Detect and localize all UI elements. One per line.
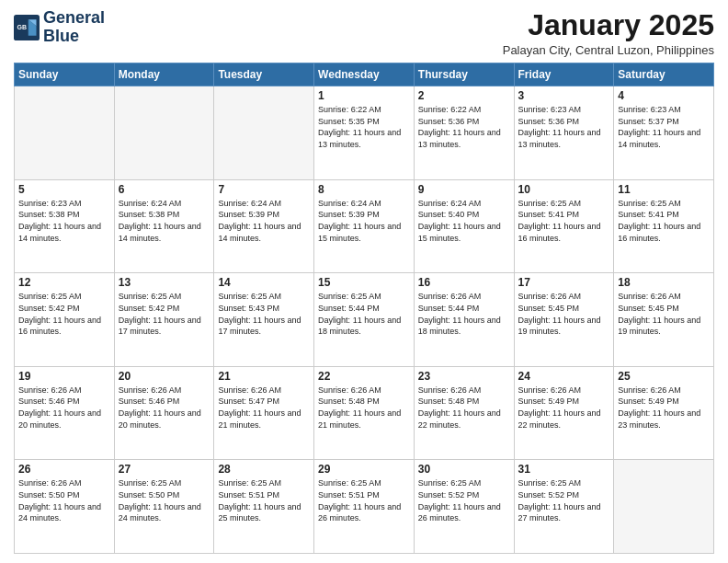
day-info: Sunrise: 6:25 AMSunset: 5:41 PMDaylight:… <box>518 198 610 244</box>
day-info: Sunrise: 6:25 AMSunset: 5:50 PMDaylight:… <box>119 477 210 523</box>
day-info: Sunrise: 6:22 AMSunset: 5:36 PMDaylight:… <box>418 104 510 150</box>
day-of-week-header: Tuesday <box>214 63 314 86</box>
calendar-cell: 18Sunrise: 6:26 AMSunset: 5:45 PMDayligh… <box>614 273 714 367</box>
day-info: Sunrise: 6:24 AMSunset: 5:38 PMDaylight:… <box>119 198 210 244</box>
logo-line1: General <box>43 9 105 28</box>
calendar-cell: 30Sunrise: 6:25 AMSunset: 5:52 PMDayligh… <box>414 460 514 554</box>
day-info: Sunrise: 6:23 AMSunset: 5:38 PMDaylight:… <box>18 198 110 244</box>
day-info: Sunrise: 6:26 AMSunset: 5:48 PMDaylight:… <box>318 385 410 431</box>
day-info: Sunrise: 6:25 AMSunset: 5:52 PMDaylight:… <box>518 477 610 523</box>
day-number: 31 <box>518 463 610 476</box>
calendar-cell <box>15 86 115 180</box>
day-info: Sunrise: 6:25 AMSunset: 5:43 PMDaylight:… <box>218 291 310 337</box>
day-number: 6 <box>119 183 210 196</box>
day-info: Sunrise: 6:26 AMSunset: 5:45 PMDaylight:… <box>518 291 610 337</box>
day-number: 19 <box>18 370 110 383</box>
day-info: Sunrise: 6:25 AMSunset: 5:42 PMDaylight:… <box>119 291 210 337</box>
day-number: 11 <box>618 183 710 196</box>
calendar-table: SundayMondayTuesdayWednesdayThursdayFrid… <box>14 63 714 554</box>
page: GB General Blue January 2025 Palayan Cit… <box>0 0 728 563</box>
day-info: Sunrise: 6:26 AMSunset: 5:46 PMDaylight:… <box>18 385 110 431</box>
day-info: Sunrise: 6:24 AMSunset: 5:39 PMDaylight:… <box>218 198 310 244</box>
calendar-cell: 25Sunrise: 6:26 AMSunset: 5:49 PMDayligh… <box>614 366 714 460</box>
day-info: Sunrise: 6:23 AMSunset: 5:36 PMDaylight:… <box>518 104 610 150</box>
day-number: 12 <box>18 276 110 289</box>
day-number: 10 <box>518 183 610 196</box>
svg-text:GB: GB <box>17 24 28 30</box>
day-of-week-header: Saturday <box>614 63 714 86</box>
logo-line2: Blue <box>43 28 105 46</box>
day-number: 24 <box>518 370 610 383</box>
day-info: Sunrise: 6:26 AMSunset: 5:48 PMDaylight:… <box>418 385 510 431</box>
calendar-cell: 3Sunrise: 6:23 AMSunset: 5:36 PMDaylight… <box>514 86 614 180</box>
calendar-cell: 9Sunrise: 6:24 AMSunset: 5:40 PMDaylight… <box>414 179 514 273</box>
day-info: Sunrise: 6:25 AMSunset: 5:44 PMDaylight:… <box>318 291 410 337</box>
calendar-cell: 29Sunrise: 6:25 AMSunset: 5:51 PMDayligh… <box>314 460 415 554</box>
calendar-cell: 17Sunrise: 6:26 AMSunset: 5:45 PMDayligh… <box>514 273 614 367</box>
header: GB General Blue January 2025 Palayan Cit… <box>14 9 714 57</box>
day-number: 8 <box>318 183 410 196</box>
day-number: 5 <box>18 183 110 196</box>
day-number: 30 <box>418 463 510 476</box>
day-number: 22 <box>318 370 410 383</box>
day-info: Sunrise: 6:26 AMSunset: 5:50 PMDaylight:… <box>18 477 110 523</box>
day-info: Sunrise: 6:23 AMSunset: 5:37 PMDaylight:… <box>618 104 710 150</box>
day-of-week-header: Wednesday <box>314 63 415 86</box>
calendar-cell: 14Sunrise: 6:25 AMSunset: 5:43 PMDayligh… <box>214 273 314 367</box>
day-info: Sunrise: 6:26 AMSunset: 5:46 PMDaylight:… <box>119 385 210 431</box>
day-info: Sunrise: 6:25 AMSunset: 5:41 PMDaylight:… <box>618 198 710 244</box>
day-number: 1 <box>318 89 410 102</box>
calendar-cell: 16Sunrise: 6:26 AMSunset: 5:44 PMDayligh… <box>414 273 514 367</box>
calendar-cell: 1Sunrise: 6:22 AMSunset: 5:35 PMDaylight… <box>314 86 415 180</box>
day-number: 23 <box>418 370 510 383</box>
day-number: 3 <box>518 89 610 102</box>
calendar-cell: 2Sunrise: 6:22 AMSunset: 5:36 PMDaylight… <box>414 86 514 180</box>
day-number: 27 <box>119 463 210 476</box>
month-title: January 2025 <box>503 9 714 41</box>
day-info: Sunrise: 6:26 AMSunset: 5:49 PMDaylight:… <box>618 385 710 431</box>
calendar-cell: 12Sunrise: 6:25 AMSunset: 5:42 PMDayligh… <box>15 273 115 367</box>
day-number: 25 <box>618 370 710 383</box>
day-info: Sunrise: 6:25 AMSunset: 5:51 PMDaylight:… <box>318 477 410 523</box>
calendar-cell: 28Sunrise: 6:25 AMSunset: 5:51 PMDayligh… <box>214 460 314 554</box>
location-subtitle: Palayan City, Central Luzon, Philippines <box>503 43 714 57</box>
day-number: 21 <box>218 370 310 383</box>
logo-icon: GB <box>14 15 40 40</box>
day-info: Sunrise: 6:22 AMSunset: 5:35 PMDaylight:… <box>318 104 410 150</box>
day-number: 17 <box>518 276 610 289</box>
day-info: Sunrise: 6:24 AMSunset: 5:40 PMDaylight:… <box>418 198 510 244</box>
calendar-cell: 8Sunrise: 6:24 AMSunset: 5:39 PMDaylight… <box>314 179 415 273</box>
calendar-cell: 11Sunrise: 6:25 AMSunset: 5:41 PMDayligh… <box>614 179 714 273</box>
day-number: 15 <box>318 276 410 289</box>
day-of-week-header: Sunday <box>15 63 115 86</box>
day-number: 4 <box>618 89 710 102</box>
calendar-cell: 5Sunrise: 6:23 AMSunset: 5:38 PMDaylight… <box>15 179 115 273</box>
day-number: 28 <box>218 463 310 476</box>
calendar-cell: 4Sunrise: 6:23 AMSunset: 5:37 PMDaylight… <box>614 86 714 180</box>
calendar-cell: 20Sunrise: 6:26 AMSunset: 5:46 PMDayligh… <box>114 366 214 460</box>
calendar-cell: 31Sunrise: 6:25 AMSunset: 5:52 PMDayligh… <box>514 460 614 554</box>
calendar-cell: 24Sunrise: 6:26 AMSunset: 5:49 PMDayligh… <box>514 366 614 460</box>
day-info: Sunrise: 6:25 AMSunset: 5:42 PMDaylight:… <box>18 291 110 337</box>
day-of-week-header: Monday <box>114 63 214 86</box>
day-info: Sunrise: 6:24 AMSunset: 5:39 PMDaylight:… <box>318 198 410 244</box>
logo-text: General Blue <box>43 9 105 46</box>
calendar-cell: 26Sunrise: 6:26 AMSunset: 5:50 PMDayligh… <box>15 460 115 554</box>
calendar-cell: 19Sunrise: 6:26 AMSunset: 5:46 PMDayligh… <box>15 366 115 460</box>
day-number: 16 <box>418 276 510 289</box>
day-number: 14 <box>218 276 310 289</box>
calendar-cell: 27Sunrise: 6:25 AMSunset: 5:50 PMDayligh… <box>114 460 214 554</box>
day-info: Sunrise: 6:25 AMSunset: 5:52 PMDaylight:… <box>418 477 510 523</box>
day-number: 26 <box>18 463 110 476</box>
day-info: Sunrise: 6:26 AMSunset: 5:49 PMDaylight:… <box>518 385 610 431</box>
calendar-cell <box>614 460 714 554</box>
calendar-cell <box>114 86 214 180</box>
calendar-cell: 10Sunrise: 6:25 AMSunset: 5:41 PMDayligh… <box>514 179 614 273</box>
calendar-cell: 21Sunrise: 6:26 AMSunset: 5:47 PMDayligh… <box>214 366 314 460</box>
calendar-cell: 6Sunrise: 6:24 AMSunset: 5:38 PMDaylight… <box>114 179 214 273</box>
day-number: 29 <box>318 463 410 476</box>
day-number: 9 <box>418 183 510 196</box>
day-number: 18 <box>618 276 710 289</box>
day-info: Sunrise: 6:26 AMSunset: 5:47 PMDaylight:… <box>218 385 310 431</box>
calendar-cell: 22Sunrise: 6:26 AMSunset: 5:48 PMDayligh… <box>314 366 415 460</box>
